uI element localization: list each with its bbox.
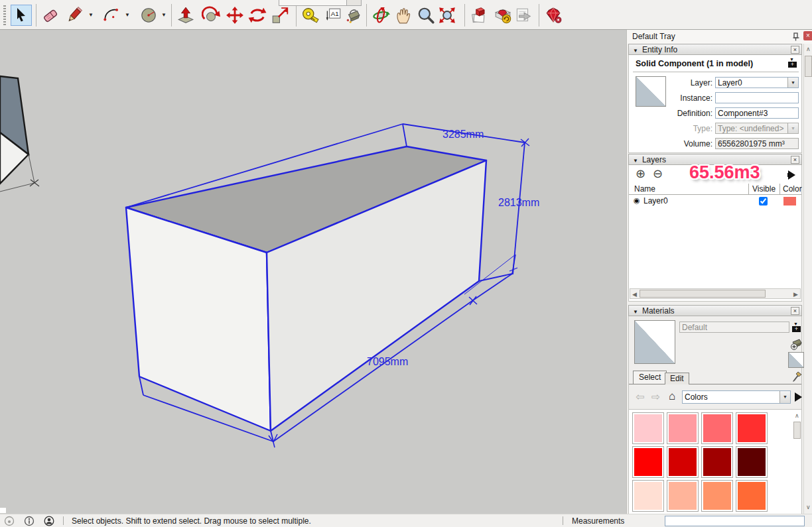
pencil-icon bbox=[66, 6, 85, 25]
color-swatch[interactable] bbox=[701, 446, 733, 478]
entity-thumbnail bbox=[636, 76, 666, 107]
rotate-icon bbox=[248, 6, 267, 25]
arc-tool-button[interactable] bbox=[101, 5, 122, 26]
pin-icon[interactable] bbox=[793, 32, 801, 41]
layer-radio-icon[interactable]: ◉ bbox=[634, 196, 640, 205]
color-swatch[interactable] bbox=[632, 480, 664, 512]
column-name[interactable]: Name bbox=[634, 184, 655, 194]
collapse-icon[interactable]: ▼ bbox=[633, 309, 638, 315]
geolocation-status-icon[interactable] bbox=[4, 516, 15, 526]
create-material-icon[interactable] bbox=[789, 336, 804, 351]
layers-hscrollbar[interactable]: ◀ ▶ bbox=[630, 288, 801, 299]
selected-box-component[interactable] bbox=[126, 124, 529, 447]
collection-dropdown[interactable]: Colors ▼ bbox=[682, 390, 791, 404]
get-models-icon bbox=[494, 6, 512, 25]
rotate-tool-button[interactable] bbox=[247, 5, 268, 26]
orbit-tool-button[interactable] bbox=[370, 5, 391, 26]
layer-visible-checkbox[interactable] bbox=[759, 197, 768, 205]
tray-title: Default Tray bbox=[627, 30, 812, 44]
tab-select[interactable]: Select bbox=[633, 371, 667, 384]
arc-tool-dropdown[interactable]: ▼ bbox=[125, 12, 130, 18]
tray-scroll-thumb[interactable] bbox=[805, 56, 812, 77]
modeling-viewport[interactable]: 3285mm 2813mm 7095mm bbox=[0, 30, 626, 514]
color-swatch[interactable] bbox=[736, 412, 768, 444]
collection-dropdown-arrow-icon[interactable]: ▼ bbox=[779, 391, 790, 403]
swatch-scroll-thumb[interactable] bbox=[793, 422, 801, 439]
collapse-icon[interactable]: ▼ bbox=[633, 48, 638, 54]
add-layer-button[interactable]: ⊕ bbox=[636, 168, 645, 180]
column-color[interactable]: Color bbox=[783, 184, 802, 194]
extension-warehouse-button[interactable] bbox=[543, 5, 564, 26]
tape-measure-tool-button[interactable] bbox=[300, 5, 321, 26]
instance-input[interactable] bbox=[715, 92, 799, 103]
entity-info-close-button[interactable]: × bbox=[791, 46, 799, 54]
tray-close-button[interactable]: × bbox=[803, 31, 812, 40]
measurements-input[interactable] bbox=[665, 516, 805, 526]
color-swatch[interactable] bbox=[667, 446, 699, 478]
scroll-left-icon[interactable]: ◀ bbox=[632, 291, 637, 298]
share-model-button[interactable] bbox=[512, 5, 533, 26]
paint-bucket-tool-button[interactable] bbox=[342, 5, 364, 26]
line-tool-button[interactable] bbox=[65, 5, 86, 26]
collapse-icon[interactable]: ▼ bbox=[633, 158, 638, 164]
line-tool-dropdown[interactable]: ▼ bbox=[88, 12, 94, 18]
layers-details-arrow-icon[interactable] bbox=[788, 170, 795, 180]
layer-dropdown-arrow-icon[interactable]: ▼ bbox=[787, 78, 798, 88]
layer-color-swatch[interactable] bbox=[783, 197, 796, 205]
volume-value: 65562801975 mm³ bbox=[715, 138, 799, 149]
nav-forward-icon[interactable]: ⇨ bbox=[651, 390, 660, 403]
zoom-tool-button[interactable] bbox=[415, 5, 437, 26]
text-tool-button[interactable]: A1 bbox=[322, 5, 344, 26]
material-name-field: Default bbox=[679, 322, 789, 333]
scale-tool-button[interactable] bbox=[269, 5, 291, 26]
scroll-right-icon[interactable]: ▶ bbox=[793, 291, 798, 298]
entity-info-header[interactable]: ▼Entity Info × bbox=[628, 44, 802, 55]
tab-edit[interactable]: Edit bbox=[665, 373, 689, 384]
color-swatch[interactable] bbox=[701, 480, 733, 512]
column-visible[interactable]: Visible bbox=[752, 184, 776, 194]
layer-row[interactable]: ◉ Layer0 bbox=[629, 196, 801, 207]
circle-tool-button[interactable] bbox=[138, 5, 159, 26]
color-swatch[interactable] bbox=[632, 412, 664, 444]
material-sample-thumb[interactable] bbox=[788, 352, 804, 368]
tray-scrollbar[interactable]: ∧ ∨ bbox=[803, 44, 812, 514]
color-swatch[interactable] bbox=[701, 412, 733, 444]
remove-layer-button[interactable]: ⊖ bbox=[653, 168, 663, 180]
color-swatch[interactable] bbox=[632, 446, 664, 478]
select-tool-button[interactable] bbox=[11, 5, 32, 26]
color-swatch[interactable] bbox=[736, 446, 768, 478]
sign-in-user-icon[interactable] bbox=[44, 516, 54, 526]
color-swatch[interactable] bbox=[736, 480, 768, 512]
layer-dropdown[interactable]: Layer0 ▼ bbox=[715, 77, 799, 88]
materials-close-button[interactable]: × bbox=[791, 307, 799, 315]
eraser-tool-button[interactable] bbox=[40, 5, 61, 26]
nav-back-icon[interactable]: ⇦ bbox=[636, 390, 644, 403]
move-tool-button[interactable] bbox=[224, 5, 245, 26]
home-icon[interactable]: ⌂ bbox=[669, 390, 675, 403]
swatch-scroll-up-icon[interactable]: ∧ bbox=[795, 412, 799, 419]
pan-tool-button[interactable] bbox=[393, 5, 414, 26]
scroll-up-icon[interactable]: ∧ bbox=[806, 46, 811, 52]
materials-details-arrow-icon[interactable] bbox=[795, 392, 802, 402]
layers-close-button[interactable]: × bbox=[791, 156, 799, 164]
toggle-details-icon[interactable]: ▼+ bbox=[788, 57, 798, 68]
materials-details-icon[interactable]: ▼+ bbox=[792, 322, 802, 332]
color-swatch[interactable] bbox=[667, 412, 699, 444]
push-pull-tool-button[interactable] bbox=[175, 5, 196, 26]
definition-input[interactable] bbox=[715, 107, 799, 119]
follow-me-tool-button[interactable] bbox=[200, 5, 222, 26]
get-models-button[interactable] bbox=[492, 5, 513, 26]
circle-tool-dropdown[interactable]: ▼ bbox=[161, 12, 167, 18]
credits-info-icon[interactable] bbox=[24, 516, 34, 526]
entity-summary: Solid Component (1 in model) bbox=[636, 59, 753, 68]
zoom-extents-tool-button[interactable] bbox=[437, 5, 458, 26]
color-swatch[interactable] bbox=[667, 480, 699, 512]
scroll-down-icon[interactable]: ∨ bbox=[806, 504, 811, 510]
components-button[interactable] bbox=[468, 5, 490, 26]
layers-scroll-thumb[interactable] bbox=[640, 290, 766, 298]
layer-name[interactable]: Layer0 bbox=[643, 196, 668, 205]
follow-me-icon bbox=[202, 6, 220, 25]
eyedropper-icon[interactable] bbox=[792, 371, 803, 382]
toolbar-drag-handle[interactable] bbox=[3, 5, 6, 25]
materials-header[interactable]: ▼Materials × bbox=[628, 305, 802, 316]
